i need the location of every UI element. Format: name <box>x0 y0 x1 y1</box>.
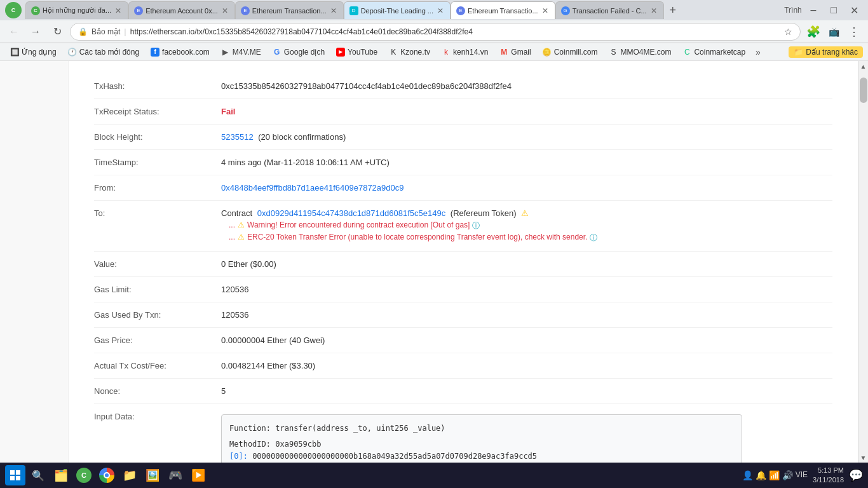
user-button[interactable]: Trình <box>784 1 802 19</box>
taskbar-network-icon[interactable]: 📶 <box>769 470 780 480</box>
bookmark-icon[interactable]: ☆ <box>784 27 792 37</box>
scroll-thumb[interactable] <box>860 78 867 103</box>
bookmark-icon-gmail: M <box>499 48 508 57</box>
taskbar-app-chrome[interactable] <box>97 465 117 485</box>
bookmark-coinmarketcap[interactable]: C Coinmarketcap <box>677 46 750 58</box>
tx-value-value: 0 Ether ($0.00) <box>221 259 832 269</box>
forward-button[interactable]: → <box>27 23 44 41</box>
taskbar-app-video[interactable]: ▶️ <box>188 465 208 485</box>
bookmark-youtube[interactable]: ▶ YouTube <box>331 46 383 58</box>
taskbar-lang[interactable]: VIE <box>796 470 808 480</box>
tx-gas-limit-value: 120536 <box>221 285 832 294</box>
protocol-label: Bảo mật <box>92 27 120 36</box>
taskbar-volume-icon[interactable]: 🔊 <box>782 470 793 480</box>
bookmarks-more-button[interactable]: » <box>752 46 764 58</box>
tab-favicon-2: E <box>134 6 143 15</box>
bookmark-coinmill[interactable]: 🪙 Coinmill.com <box>538 46 603 58</box>
tx-value-row: Value: 0 Ether ($0.00) <box>94 252 832 277</box>
taskbar-chrome-icon <box>99 468 114 483</box>
tab-deposit[interactable]: D Deposit-The Leading ... ✕ <box>344 1 451 19</box>
warning-box: ... ⚠ Warning! Error encountered during … <box>221 220 832 243</box>
menu-button[interactable]: ⋮ <box>845 23 863 41</box>
tab-tx-failed[interactable]: G Transaction Failed - C... ✕ <box>555 1 664 19</box>
tx-gas-price-label: Gas Price: <box>94 336 221 345</box>
right-scrollbar[interactable]: ▲ ▼ <box>858 61 868 463</box>
taskbar-app-img[interactable]: 🖼️ <box>142 465 163 485</box>
tab-close-1[interactable]: ✕ <box>114 5 123 17</box>
bookmark-icon-youtube: ▶ <box>336 48 345 57</box>
lock-icon: 🔒 <box>78 27 88 36</box>
bookmark-m4v[interactable]: ▶ M4V.ME <box>216 46 266 58</box>
tab-title-1: Hội những người đa... <box>43 6 111 15</box>
tx-gas-limit-row: Gas Limit: 120536 <box>94 277 832 302</box>
bookmark-icon-m4v: ▶ <box>221 48 230 57</box>
bookmark-kenh14[interactable]: k kenh14.vn <box>437 46 493 58</box>
info-icon-1[interactable]: ⓘ <box>472 220 480 231</box>
tx-timestamp-label: TimeStamp: <box>94 158 221 167</box>
tx-nonce-label: Nonce: <box>94 386 221 396</box>
bookmarks-folder[interactable]: 📁 Dấu trang khác <box>789 46 863 58</box>
start-button[interactable] <box>5 465 25 485</box>
tx-value-label: Value: <box>94 259 221 269</box>
info-icon-2[interactable]: ⓘ <box>590 233 597 243</box>
taskbar-app-browser[interactable]: C <box>74 465 94 485</box>
bookmark-tab-moi-dong[interactable]: 🕐 Các tab mới đóng <box>63 46 144 58</box>
address-bar[interactable]: 🔒 Bảo mật | https://etherscan.io/tx/0xc1… <box>70 23 801 41</box>
tx-to-row: To: Contract 0xd0929d411954c47438dc1d871… <box>94 201 832 252</box>
back-button[interactable]: ← <box>5 23 23 41</box>
bookmark-mmo4me[interactable]: S MMO4ME.com <box>604 46 676 58</box>
bookmark-facebook[interactable]: f facebook.com <box>146 46 215 58</box>
from-address-link[interactable]: 0x4848b4eef9ffbd8b7d1aee41f6409e7872a9d0… <box>221 183 404 193</box>
tab-close-5[interactable]: ✕ <box>541 5 550 17</box>
close-button[interactable]: ✕ <box>845 1 863 19</box>
tab-favicon-1: C <box>31 6 40 15</box>
url-text[interactable]: https://etherscan.io/tx/0xc15335b8542603… <box>130 27 780 36</box>
tab-eth-account[interactable]: E Ethereum Account 0x... ✕ <box>128 1 235 19</box>
bookmarks-bar: 🔲 Ứng dụng 🕐 Các tab mới đóng f facebook… <box>0 43 868 61</box>
block-height-link[interactable]: 5235512 <box>221 132 254 142</box>
tx-to-label: To: <box>94 208 221 243</box>
to-address-link[interactable]: 0xd0929d411954c47438dc1d871dd6081f5c5e14… <box>257 208 445 218</box>
tab-close-4[interactable]: ✕ <box>436 5 445 17</box>
bookmark-ung-dung[interactable]: 🔲 Ứng dụng <box>5 46 62 58</box>
tab-close-3[interactable]: ✕ <box>329 5 338 17</box>
taskbar-app-store[interactable]: 🗂️ <box>51 465 71 485</box>
page-content: TxHash: 0xc15335b854260327918ab0477104cc… <box>0 61 868 463</box>
extensions-button[interactable]: 🧩 <box>804 23 822 41</box>
tab-close-2[interactable]: ✕ <box>220 5 229 17</box>
taskbar-apps: C 📁 🖼️ 🎮 ▶️ <box>74 465 208 485</box>
scroll-down-arrow[interactable]: ▼ <box>858 452 869 463</box>
new-tab-button[interactable]: + <box>664 1 682 19</box>
minimize-button[interactable]: – <box>804 1 822 19</box>
taskbar-notification-icon[interactable]: 🔔 <box>756 470 766 480</box>
taskbar-app-game[interactable]: 🎮 <box>165 465 186 485</box>
taskbar-user-icon[interactable]: 👤 <box>742 470 753 480</box>
cast-button[interactable]: 📺 <box>825 23 843 41</box>
taskbar-search-button[interactable]: 🔍 <box>28 465 48 485</box>
refresh-button[interactable]: ↻ <box>48 23 66 41</box>
nav-actions: 🧩 📺 ⋮ <box>804 23 863 41</box>
taskbar-notification-center[interactable]: 💬 <box>849 468 863 482</box>
navigation-bar: ← → ↻ 🔒 Bảo mật | https://etherscan.io/t… <box>0 20 868 43</box>
tab-eth-tx1[interactable]: E Ethereum Transaction... ✕ <box>235 1 344 19</box>
svg-rect-0 <box>10 470 15 475</box>
warning-icon-1: ⚠ <box>238 220 245 229</box>
tab-hoi[interactable]: C Hội những người đa... ✕ <box>25 1 128 19</box>
bookmark-gmail[interactable]: M Gmail <box>494 46 536 58</box>
warning-text-2: ERC-20 Token Transfer Error (unable to l… <box>247 233 587 241</box>
tab-eth-tx2[interactable]: E Ethereum Transactio... ✕ <box>451 1 555 19</box>
taskbar-date-display: 3/11/2018 <box>813 475 844 485</box>
bookmark-google-translate[interactable]: G Google dịch <box>268 46 330 58</box>
tabs-bar: C Hội những người đa... ✕ E Ethereum Acc… <box>25 1 779 19</box>
maximize-button[interactable]: □ <box>825 1 843 19</box>
tab-close-6[interactable]: ✕ <box>649 5 658 17</box>
taskbar-app-files[interactable]: 📁 <box>119 465 140 485</box>
scroll-up-arrow[interactable]: ▲ <box>858 61 869 71</box>
tx-input-value: Function: transfer(address _to, uint256 … <box>221 412 832 463</box>
tx-nonce-row: Nonce: 5 <box>94 379 832 404</box>
tx-hash-value: 0xc15335b854260327918ab0477104cc4cf4ab1c… <box>221 81 832 91</box>
taskbar-system-icons: 👤 🔔 📶 🔊 VIE <box>742 470 808 480</box>
tx-from-row: From: 0x4848b4eef9ffbd8b7d1aee41f6409e78… <box>94 175 832 201</box>
tx-to-value: Contract 0xd0929d411954c47438dc1d871dd60… <box>221 208 832 243</box>
bookmark-kzone[interactable]: K Kzone.tv <box>384 46 435 58</box>
